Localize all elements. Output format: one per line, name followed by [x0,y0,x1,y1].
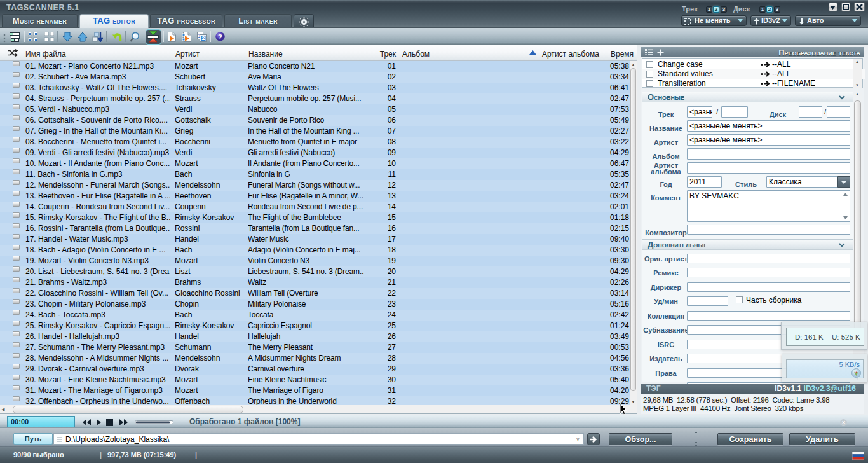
svg-text:2: 2 [202,35,205,41]
svg-text:?: ? [218,33,222,41]
